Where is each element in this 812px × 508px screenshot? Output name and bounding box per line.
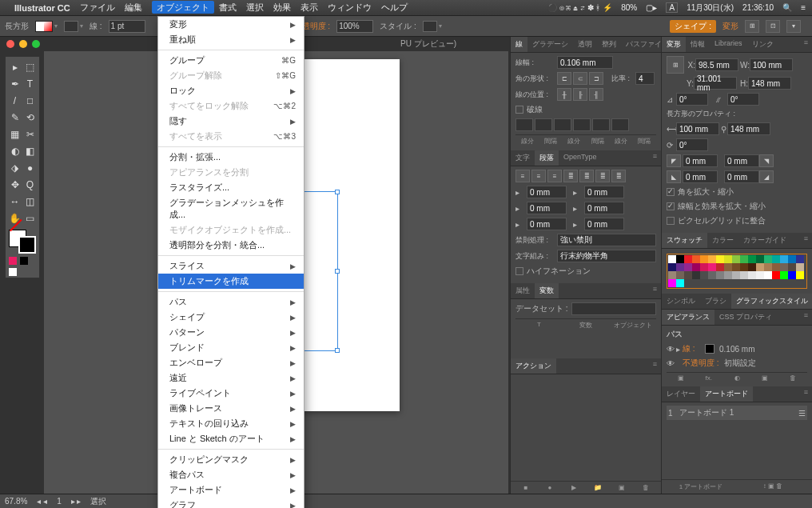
swatch-grid[interactable] bbox=[667, 254, 807, 289]
align-row-icon[interactable]: ⊞ bbox=[745, 20, 759, 33]
tool-17[interactable]: ◫ bbox=[22, 194, 38, 209]
tool-18[interactable]: ✋ bbox=[7, 210, 22, 226]
zoom-field[interactable]: 67.8% bbox=[5, 497, 27, 506]
tool-19[interactable]: ▭ bbox=[22, 210, 38, 226]
tab-actions[interactable]: アクション bbox=[511, 358, 556, 374]
panel-menu-icon[interactable]: ≡ bbox=[800, 233, 812, 248]
stroke-indicator[interactable] bbox=[18, 236, 36, 254]
swatch[interactable] bbox=[708, 271, 716, 279]
menu-item[interactable]: 画像トレース▶ bbox=[158, 401, 304, 416]
indent-field[interactable]: 0 mm bbox=[584, 218, 624, 230]
dash-field-2[interactable] bbox=[554, 118, 571, 131]
swatch[interactable] bbox=[716, 271, 724, 279]
w-field[interactable]: 100 mm bbox=[750, 58, 793, 71]
wifi-icon[interactable]: ⚫ ◎ ⌘ ⏏ ⇄ ✽ ᚼ ⚡ bbox=[547, 3, 612, 12]
align-right-icon[interactable]: ≡ bbox=[547, 170, 562, 182]
color-mode-0[interactable] bbox=[9, 257, 17, 265]
ph-field[interactable]: 148 mm bbox=[727, 122, 770, 135]
tool-11[interactable]: ◧ bbox=[22, 143, 38, 158]
swatch[interactable] bbox=[708, 263, 716, 271]
tool-16[interactable]: ↔ bbox=[7, 194, 22, 209]
corner-tl-icon[interactable]: ◤ bbox=[667, 154, 681, 167]
panel-menu-icon[interactable]: ≡ bbox=[649, 150, 661, 166]
swatch[interactable] bbox=[764, 255, 772, 263]
menu-item[interactable]: 複合パス▶ bbox=[158, 467, 304, 482]
chk-scale-strokes[interactable] bbox=[667, 202, 675, 210]
swatch[interactable] bbox=[748, 271, 756, 279]
menu-item[interactable]: シェイプ▶ bbox=[158, 310, 304, 325]
indent-field[interactable]: 0 mm bbox=[584, 186, 624, 198]
y-field[interactable]: 31.001 mm bbox=[694, 77, 737, 90]
menu-item[interactable]: 隠す▶ bbox=[158, 114, 304, 129]
ap-btn1[interactable]: ▣ bbox=[667, 374, 695, 382]
swatch[interactable] bbox=[668, 279, 676, 287]
menu-ヘルプ[interactable]: ヘルプ bbox=[381, 2, 408, 12]
tab-artboards[interactable]: アートボード bbox=[700, 386, 753, 402]
handle-mr[interactable] bbox=[335, 269, 340, 274]
tab-links[interactable]: リンク bbox=[747, 37, 778, 52]
radius-tl[interactable]: 0 mm bbox=[683, 154, 718, 167]
menu-item[interactable]: 分割・拡張... bbox=[158, 150, 304, 165]
list-icon[interactable]: ≡ bbox=[801, 3, 806, 12]
swatch[interactable] bbox=[668, 263, 676, 271]
swatch[interactable] bbox=[700, 271, 708, 279]
swatch[interactable] bbox=[684, 263, 692, 271]
corner-tr-icon[interactable]: ◥ bbox=[759, 154, 774, 167]
tab-opentype[interactable]: OpenType bbox=[559, 150, 602, 166]
justify-all-icon[interactable]: ≣ bbox=[611, 170, 626, 182]
menu-item[interactable]: 変形▶ bbox=[158, 17, 304, 32]
tool-5[interactable]: □ bbox=[22, 93, 38, 108]
appearance-opacity-label[interactable]: 不透明度 : bbox=[683, 358, 724, 369]
swatch[interactable] bbox=[676, 271, 684, 279]
panel-menu-icon[interactable]: ≡ bbox=[800, 37, 812, 52]
swatch[interactable] bbox=[668, 271, 676, 279]
swatch[interactable] bbox=[692, 255, 700, 263]
transform-button[interactable]: 変形 bbox=[722, 21, 738, 32]
align-left-icon[interactable]: ≡ bbox=[515, 170, 530, 182]
cap-miter-icon[interactable]: ⊏ bbox=[557, 72, 571, 85]
tool-15[interactable]: Q bbox=[22, 177, 38, 192]
swatch[interactable] bbox=[756, 263, 764, 271]
pos-inside-icon[interactable]: ╟ bbox=[573, 88, 587, 101]
stroke-color-icon[interactable] bbox=[705, 344, 714, 354]
ime-indicator[interactable]: A bbox=[666, 2, 678, 13]
cap-round-icon[interactable]: ⊂ bbox=[573, 72, 587, 85]
swatch[interactable] bbox=[700, 263, 708, 271]
ap-trash-icon[interactable]: 🗑 bbox=[779, 374, 807, 382]
tab-stroke[interactable]: 線 bbox=[511, 37, 527, 52]
cap-bevel-icon[interactable]: ⊐ bbox=[589, 72, 603, 85]
dash-field-0[interactable] bbox=[515, 118, 533, 131]
swatch[interactable] bbox=[668, 255, 676, 263]
tab-info[interactable]: 情報 bbox=[686, 37, 710, 52]
indent-field[interactable]: 0 mm bbox=[527, 186, 567, 198]
tab-css[interactable]: CSS プロパティ bbox=[714, 310, 777, 325]
menu-item[interactable]: グラデーションメッシュを作成... bbox=[158, 195, 304, 222]
opacity-input[interactable] bbox=[336, 20, 373, 33]
x-field[interactable]: 98.5 mm bbox=[695, 58, 738, 71]
swatch[interactable] bbox=[676, 255, 684, 263]
radius-tr[interactable]: 0 mm bbox=[724, 154, 759, 167]
action-stop-icon[interactable]: ■ bbox=[514, 484, 538, 491]
swatch[interactable] bbox=[700, 255, 708, 263]
swatch[interactable] bbox=[748, 263, 756, 271]
swatch[interactable] bbox=[788, 263, 796, 271]
menu-効果[interactable]: 効果 bbox=[273, 2, 291, 12]
swatch[interactable] bbox=[684, 255, 692, 263]
align-center-icon[interactable]: ≡ bbox=[531, 170, 546, 182]
pos-center-icon[interactable]: ╫ bbox=[557, 88, 571, 101]
swatch[interactable] bbox=[684, 271, 692, 279]
swatch[interactable] bbox=[788, 271, 796, 279]
menu-表示[interactable]: 表示 bbox=[301, 2, 318, 12]
panel-menu-icon[interactable]: ≡ bbox=[800, 310, 812, 325]
menu-編集[interactable]: 編集 bbox=[125, 2, 142, 12]
h-field[interactable]: 148 mm bbox=[748, 77, 791, 90]
appearance-stroke-label[interactable]: 線 : bbox=[683, 343, 705, 354]
tab-transform[interactable]: 変形 bbox=[662, 37, 686, 52]
menu-書式[interactable]: 書式 bbox=[219, 2, 237, 12]
ratio-field[interactable]: 4 bbox=[635, 72, 655, 85]
tab-character[interactable]: 文字 bbox=[511, 150, 535, 166]
menubar-time[interactable]: 21:36:10 bbox=[742, 3, 774, 12]
swatch[interactable] bbox=[764, 271, 772, 279]
tab-symbols[interactable]: シンボル bbox=[662, 294, 700, 309]
stroke-pt-input[interactable] bbox=[109, 20, 145, 33]
